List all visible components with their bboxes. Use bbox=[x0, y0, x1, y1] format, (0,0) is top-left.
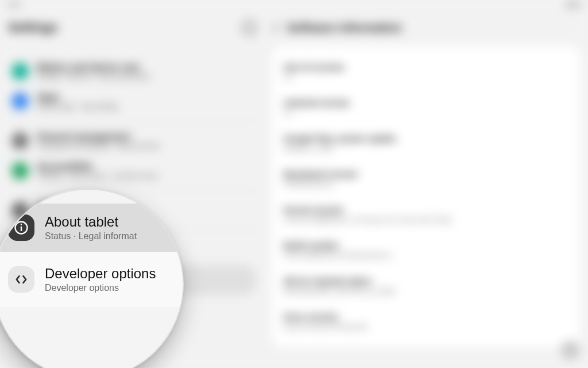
detail-item-title: Baseband version bbox=[284, 169, 568, 179]
developer-options-sub: Developer options bbox=[45, 283, 156, 293]
detail-item-sub: 13 bbox=[284, 109, 568, 117]
status-bar: 7:45 100% bbox=[0, 0, 588, 13]
detail-item[interactable]: Baseband version T870XXU2CVL1 bbox=[284, 161, 568, 197]
svg-rect-1 bbox=[21, 227, 22, 231]
detail-title: Software information bbox=[287, 21, 402, 34]
list-item-sub: Default apps · App settings bbox=[37, 102, 119, 110]
svg-rect-2 bbox=[21, 224, 22, 225]
detail-item-sub: T870XXU2CVL1 bbox=[284, 181, 568, 189]
status-time: 7:45 bbox=[7, 1, 19, 12]
detail-item-title: SE for Android status bbox=[284, 276, 568, 286]
detail-item[interactable]: Kernel version 4.19.113-25950142 #1 Thu … bbox=[284, 197, 568, 232]
list-item-sub: Storage · Memory · Device protection bbox=[37, 72, 150, 80]
about-tablet-sub: Status · Legal informat bbox=[45, 231, 137, 241]
detail-item-sub: Enforcing SEPF_SM-T870_13_0001 bbox=[284, 288, 568, 296]
detail-item[interactable]: Build number TP1A.220624.014.T870XXU2CVL… bbox=[284, 232, 568, 268]
list-item[interactable]: General management Language and keyboard… bbox=[8, 126, 256, 156]
list-item-title: Apps bbox=[37, 92, 119, 102]
back-icon[interactable]: < bbox=[272, 21, 279, 34]
detail-item[interactable]: Google Play system update January 1, 202… bbox=[284, 125, 568, 161]
detail-item-sub: TP1A.220624.014.T870XXU2CVL1 bbox=[284, 252, 568, 260]
detail-item-title: Build number bbox=[284, 240, 568, 250]
detail-item-sub: January 1, 2023 bbox=[284, 145, 568, 153]
detail-item-sub: Knox 3.9 Knox API level 36 bbox=[284, 323, 568, 331]
divider bbox=[8, 190, 256, 191]
detail-item-title: One UI version bbox=[284, 62, 568, 72]
divider bbox=[8, 121, 256, 121]
detail-pane: < Software information One UI version 5.… bbox=[264, 13, 588, 368]
accessibility-icon bbox=[11, 162, 29, 179]
developer-options-title: Developer options bbox=[45, 266, 156, 282]
apps-icon bbox=[11, 93, 29, 110]
detail-item-title: Android version bbox=[284, 98, 568, 108]
detail-item[interactable]: Knox version Knox 3.9 Knox API level 36 bbox=[284, 304, 568, 339]
list-item[interactable]: Battery and device care Storage · Memory… bbox=[8, 56, 256, 86]
detail-item-sub: 4.19.113-25950142 #1 Thu Dec 15 17:34:12… bbox=[284, 216, 568, 224]
detail-item[interactable]: Android version 13 bbox=[284, 90, 568, 125]
detail-item-title: Kernel version bbox=[284, 205, 568, 214]
detail-item-title: Google Play system update bbox=[284, 133, 568, 143]
search-icon[interactable] bbox=[242, 21, 256, 34]
settings-title: Settings bbox=[8, 20, 58, 35]
list-item-title: Accessibility bbox=[37, 162, 158, 172]
detail-card: One UI version 5.1 Android version 13 Go… bbox=[272, 46, 580, 347]
sidebar-item-developer-options[interactable]: Developer options Developer options bbox=[0, 252, 183, 307]
developer-options-icon bbox=[8, 266, 34, 293]
fab-icon[interactable] bbox=[560, 340, 580, 360]
detail-item[interactable]: One UI version 5.1 bbox=[284, 54, 568, 90]
about-tablet-title: About tablet bbox=[45, 214, 137, 230]
detail-item-sub: 5.1 bbox=[284, 74, 568, 82]
status-battery: 100% bbox=[565, 1, 581, 12]
list-item[interactable]: Accessibility TalkBack · Mono audio · As… bbox=[8, 156, 256, 186]
battery-icon bbox=[11, 63, 29, 80]
list-item-sub: TalkBack · Mono audio · Assistant menu bbox=[37, 172, 158, 180]
list-item[interactable]: Apps Default apps · App settings bbox=[8, 86, 256, 116]
general-icon bbox=[11, 132, 29, 150]
list-item-title: General management bbox=[37, 132, 160, 142]
detail-item[interactable]: SE for Android status Enforcing SEPF_SM-… bbox=[284, 268, 568, 304]
list-item-title: Battery and device care bbox=[37, 62, 150, 72]
list-item-sub: Language and keyboard · Date and time bbox=[37, 142, 160, 150]
detail-item-title: Knox version bbox=[284, 312, 568, 321]
